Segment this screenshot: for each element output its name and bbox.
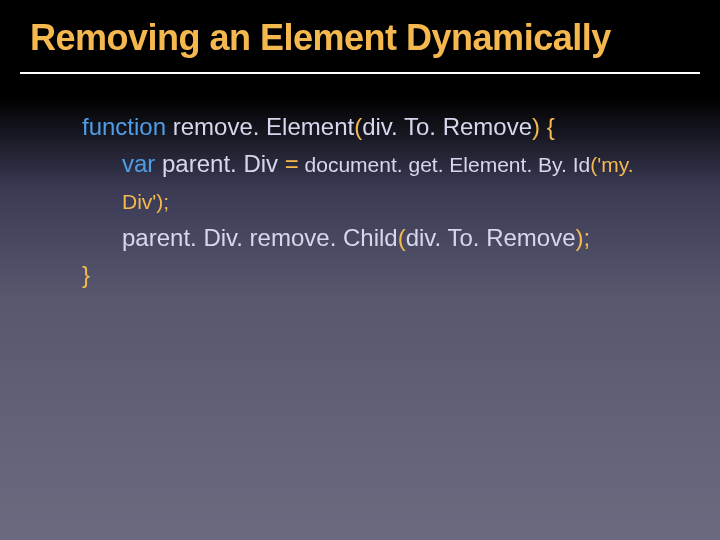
code-block: function remove. Element(div. To. Remove… <box>0 74 720 294</box>
equals: = <box>285 150 299 177</box>
code-line-2: var parent. Div = document. get. Element… <box>122 145 680 219</box>
call-expr: parent. Div. remove. Child <box>122 224 398 251</box>
var-name: parent. Div <box>162 150 285 177</box>
rparen: ) <box>576 224 584 251</box>
param: div. To. Remove <box>362 113 532 140</box>
semicolon: ; <box>163 190 169 213</box>
expr: document. get. Element. By. Id <box>299 153 590 176</box>
brace-close: } <box>82 261 90 288</box>
rparen: ) <box>532 113 540 140</box>
arg: div. To. Remove <box>406 224 576 251</box>
code-line-1: function remove. Element(div. To. Remove… <box>82 108 680 145</box>
keyword-function: function <box>82 113 166 140</box>
lparen: ( <box>354 113 362 140</box>
function-name: remove. Element <box>173 113 354 140</box>
code-line-3: parent. Div. remove. Child(div. To. Remo… <box>122 219 680 256</box>
lparen: ( <box>398 224 406 251</box>
slide-title: Removing an Element Dynamically <box>30 18 690 70</box>
brace-open: { <box>540 113 555 140</box>
space <box>155 150 162 177</box>
title-wrap: Removing an Element Dynamically <box>0 0 720 70</box>
semicolon: ; <box>584 224 591 251</box>
keyword-var: var <box>122 150 155 177</box>
slide: Removing an Element Dynamically function… <box>0 0 720 540</box>
code-line-4: } <box>82 256 680 293</box>
space <box>166 113 173 140</box>
